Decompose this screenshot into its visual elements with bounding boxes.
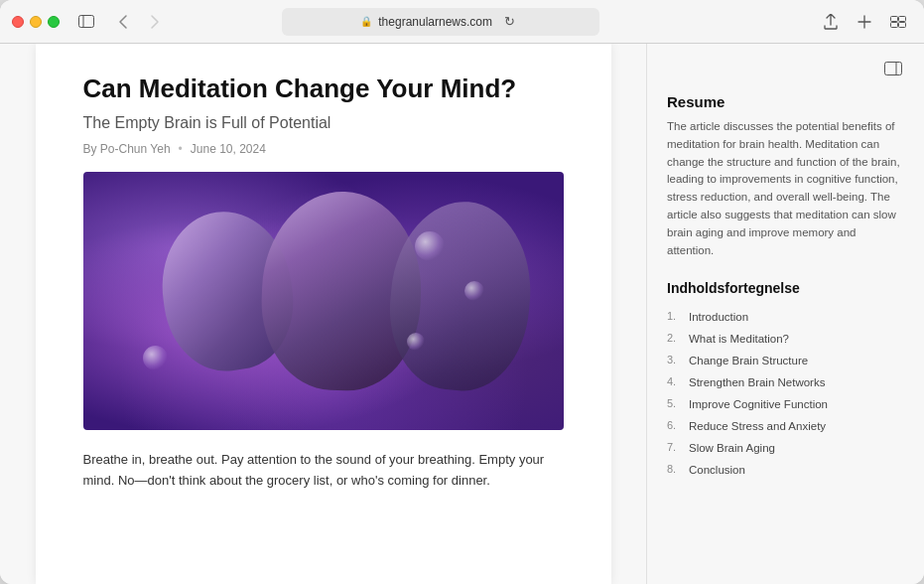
toc-item[interactable]: 8.Conclusion	[667, 459, 904, 481]
orb-2	[464, 281, 484, 301]
traffic-lights	[12, 16, 60, 28]
toc-item-label: Slow Brain Aging	[689, 440, 775, 456]
browser-window: 🔒 thegranularnews.com ↻	[0, 0, 924, 584]
main-area: Can Meditation Change Your Mind? The Emp…	[0, 44, 924, 584]
minimize-button[interactable]	[30, 16, 42, 28]
forward-button[interactable]	[141, 11, 169, 33]
sidebar-top-controls	[667, 60, 904, 81]
tabs-overview-button[interactable]	[884, 11, 912, 33]
back-button[interactable]	[109, 11, 137, 33]
toc-item-num: 3.	[667, 353, 683, 368]
sidebar-view-toggle[interactable]	[882, 60, 904, 81]
svg-rect-2	[890, 16, 897, 21]
resume-text: The article discusses the potential bene…	[667, 118, 904, 260]
toolbar-right	[817, 11, 912, 33]
toc-item[interactable]: 3.Change Brain Structure	[667, 350, 904, 371]
svg-rect-0	[79, 16, 94, 28]
lock-icon: 🔒	[360, 16, 372, 27]
toc-item-num: 4.	[667, 374, 683, 390]
right-sidebar: Resume The article discusses the potenti…	[646, 44, 924, 584]
toc-item[interactable]: 1.Introduction	[667, 306, 904, 328]
article-title: Can Meditation Change Your Mind?	[83, 73, 564, 104]
article-subtitle: The Empty Brain is Full of Potential	[83, 114, 564, 132]
titlebar: 🔒 thegranularnews.com ↻	[0, 0, 924, 44]
share-button[interactable]	[817, 11, 845, 33]
toc-item-label: Reduce Stress and Anxiety	[689, 418, 826, 434]
svg-rect-3	[898, 16, 905, 21]
maximize-button[interactable]	[48, 16, 60, 28]
new-tab-button[interactable]	[851, 11, 878, 33]
svg-rect-5	[898, 22, 905, 27]
article-body: Breathe in, breathe out. Pay attention t…	[83, 450, 564, 492]
nav-buttons	[109, 11, 169, 33]
address-bar[interactable]: 🔒 thegranularnews.com ↻	[282, 8, 599, 36]
toc-item-label: What is Meditation?	[689, 331, 789, 347]
byline-separator: •	[179, 142, 183, 156]
toc-item-num: 5.	[667, 396, 683, 412]
article-area[interactable]: Can Meditation Change Your Mind? The Emp…	[0, 44, 646, 584]
orb-1	[415, 231, 445, 261]
toc-item[interactable]: 5.Improve Cognitive Function	[667, 393, 904, 415]
hero-gradient	[83, 172, 564, 430]
article-page: Can Meditation Change Your Mind? The Emp…	[36, 44, 611, 584]
svg-rect-6	[885, 63, 902, 75]
toc-item-num: 1.	[667, 309, 683, 325]
toc-item-label: Strengthen Brain Networks	[689, 374, 825, 390]
toc-item-num: 7.	[667, 440, 683, 456]
toc-item-label: Improve Cognitive Function	[689, 396, 828, 412]
svg-rect-4	[890, 22, 897, 27]
toc-list: 1.Introduction2.What is Meditation?3.Cha…	[667, 306, 904, 482]
toc-section-title: Indholdsfortegnelse	[667, 280, 904, 296]
article-byline: By Po-Chun Yeh • June 10, 2024	[83, 142, 564, 156]
toc-item[interactable]: 6.Reduce Stress and Anxiety	[667, 415, 904, 437]
url-text: thegranularnews.com	[378, 15, 492, 29]
reload-button[interactable]: ↻	[498, 11, 520, 33]
sidebar-toggle-button[interactable]	[75, 11, 97, 33]
byline-author: By Po-Chun Yeh	[83, 142, 171, 156]
toc-item-num: 6.	[667, 418, 683, 434]
toc-item-label: Conclusion	[689, 462, 745, 478]
toc-item[interactable]: 4.Strengthen Brain Networks	[667, 371, 904, 393]
byline-date: June 10, 2024	[191, 142, 266, 156]
toc-item[interactable]: 7.Slow Brain Aging	[667, 437, 904, 459]
article-hero-image	[83, 172, 564, 430]
head-shape-3	[382, 196, 537, 395]
close-button[interactable]	[12, 16, 24, 28]
toc-item[interactable]: 2.What is Meditation?	[667, 328, 904, 350]
orb-3	[143, 346, 168, 370]
hero-content	[83, 172, 564, 430]
toc-item-num: 2.	[667, 331, 683, 347]
toc-item-num: 8.	[667, 462, 683, 478]
toc-item-label: Introduction	[689, 309, 748, 325]
resume-section-title: Resume	[667, 93, 904, 110]
orb-4	[407, 333, 425, 351]
toc-item-label: Change Brain Structure	[689, 353, 808, 368]
